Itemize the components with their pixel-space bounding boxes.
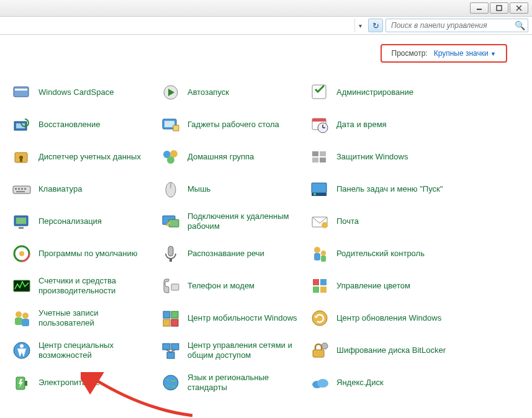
item-label: Восстановление xyxy=(38,120,100,130)
item-label: Родительский контроль xyxy=(336,249,425,259)
item-label: Управление цветом xyxy=(336,281,410,291)
item-yadisk[interactable]: Яндекс.Диск xyxy=(307,368,468,397)
item-autorun[interactable]: Автозапуск xyxy=(158,78,307,107)
personalization-icon xyxy=(11,211,32,232)
item-ease[interactable]: Центр специальных возможностей xyxy=(9,336,158,365)
refresh-button[interactable]: ↻ xyxy=(368,19,383,32)
mouse-icon xyxy=(160,179,181,200)
item-datetime[interactable]: Дата и время xyxy=(307,110,468,139)
item-gadgets[interactable]: Гаджеты рабочего стола xyxy=(158,110,307,139)
item-label: Персонализация xyxy=(38,216,102,226)
svg-rect-53 xyxy=(171,284,179,290)
item-defender[interactable]: Защитник Windows xyxy=(307,143,468,171)
item-color[interactable]: Управление цветом xyxy=(307,272,468,300)
svg-rect-2 xyxy=(14,87,29,97)
address-row: ▾ ↻ 🔍 xyxy=(0,16,532,35)
address-dropdown-arrow[interactable]: ▾ xyxy=(354,19,366,32)
item-bitlocker[interactable]: Шифрование диска BitLocker xyxy=(307,336,468,365)
refresh-icon: ↻ xyxy=(372,21,379,30)
item-perf[interactable]: Счетчики и средства производительности xyxy=(9,272,158,300)
yadisk-icon xyxy=(309,372,330,393)
svg-rect-33 xyxy=(312,183,327,193)
item-recovery[interactable]: Восстановление xyxy=(9,110,158,139)
item-homegroup[interactable]: Домашняя группа xyxy=(158,143,307,171)
item-parental[interactable]: Родительский контроль xyxy=(307,239,468,268)
item-defaults[interactable]: Программы по умолчанию xyxy=(9,239,158,268)
bitlocker-icon xyxy=(309,340,330,361)
minimize-button[interactable] xyxy=(470,2,489,14)
item-update[interactable]: Центр обновления Windows xyxy=(307,304,468,332)
item-region[interactable]: Язык и региональные стандарты xyxy=(158,368,307,397)
item-speech[interactable]: Распознавание речи xyxy=(158,239,307,268)
item-network[interactable]: Центр управления сетями и общим доступом xyxy=(158,336,307,365)
item-personalization[interactable]: Персонализация xyxy=(9,207,158,236)
view-value[interactable]: Крупные значки ▼ xyxy=(434,49,496,58)
item-cardspace[interactable]: Windows CardSpace xyxy=(9,78,158,107)
maximize-button[interactable] xyxy=(490,2,508,14)
svg-rect-56 xyxy=(313,287,319,293)
mail-icon xyxy=(309,211,330,232)
svg-rect-47 xyxy=(169,259,172,262)
svg-rect-24 xyxy=(320,158,326,162)
svg-rect-49 xyxy=(314,253,320,260)
item-label: Домашняя группа xyxy=(187,152,254,162)
item-label: Почта xyxy=(336,216,359,226)
item-label: Windows CardSpace xyxy=(38,87,114,97)
svg-rect-76 xyxy=(25,381,27,386)
item-power[interactable]: Электропитание xyxy=(9,368,158,397)
svg-rect-17 xyxy=(20,159,22,162)
item-label: Учетные записи пользователей xyxy=(38,308,155,329)
item-admin[interactable]: Администрирование xyxy=(307,78,468,107)
search-icon[interactable]: 🔍 xyxy=(515,20,525,30)
svg-point-78 xyxy=(163,375,178,390)
item-taskbar[interactable]: Панель задач и меню "Пуск" xyxy=(307,175,468,203)
item-label: Центр специальных возможностей xyxy=(38,340,155,361)
item-label: Мышь xyxy=(187,184,210,194)
svg-rect-21 xyxy=(312,151,318,156)
svg-rect-70 xyxy=(163,344,170,350)
svg-rect-26 xyxy=(15,188,17,190)
item-mouse[interactable]: Мышь xyxy=(158,175,307,203)
svg-rect-54 xyxy=(313,279,319,285)
admin-icon xyxy=(309,82,330,103)
minimize-icon xyxy=(476,5,482,11)
chevron-down-icon: ▼ xyxy=(490,51,496,57)
item-label: Электропитание xyxy=(38,378,100,388)
update-icon xyxy=(309,308,330,329)
svg-point-45 xyxy=(19,251,24,256)
svg-rect-38 xyxy=(19,227,24,229)
svg-rect-40 xyxy=(169,220,179,227)
svg-point-20 xyxy=(167,156,174,164)
item-label: Клавиатура xyxy=(38,184,82,194)
datetime-icon xyxy=(309,114,330,135)
search-box[interactable]: 🔍 xyxy=(385,19,528,32)
close-icon xyxy=(516,5,522,11)
item-users[interactable]: Учетные записи пользователей xyxy=(9,304,158,332)
ease-icon xyxy=(11,340,32,361)
svg-rect-22 xyxy=(320,151,326,156)
item-label: Распознавание речи xyxy=(187,249,264,259)
svg-point-42 xyxy=(322,222,328,228)
taskbar-icon xyxy=(309,179,330,200)
item-credmgr[interactable]: Диспетчер учетных данных xyxy=(9,143,158,171)
item-mail[interactable]: Почта xyxy=(307,207,468,236)
item-phone[interactable]: Телефон и модем xyxy=(158,272,307,300)
item-label: Яндекс.Диск xyxy=(336,378,384,388)
svg-rect-62 xyxy=(163,311,170,318)
item-mobility[interactable]: Центр мобильности Windows xyxy=(158,304,307,332)
svg-rect-13 xyxy=(312,118,326,122)
item-label: Защитник Windows xyxy=(336,152,408,162)
search-input[interactable] xyxy=(390,20,515,30)
titlebar xyxy=(0,0,532,16)
control-panel-grid: Windows CardSpace Автозапуск Администрир… xyxy=(0,72,532,397)
item-remote[interactable]: Подключения к удаленным рабочим xyxy=(158,207,307,236)
perf-icon xyxy=(11,275,32,296)
svg-point-60 xyxy=(22,313,29,319)
mobility-icon xyxy=(160,308,181,329)
close-button[interactable] xyxy=(510,2,528,14)
svg-rect-3 xyxy=(15,89,27,91)
item-keyboard[interactable]: Клавиатура xyxy=(9,175,158,203)
item-label: Язык и региональные стандарты xyxy=(187,373,304,393)
svg-rect-65 xyxy=(171,319,178,326)
item-label: Панель задач и меню "Пуск" xyxy=(336,184,443,194)
